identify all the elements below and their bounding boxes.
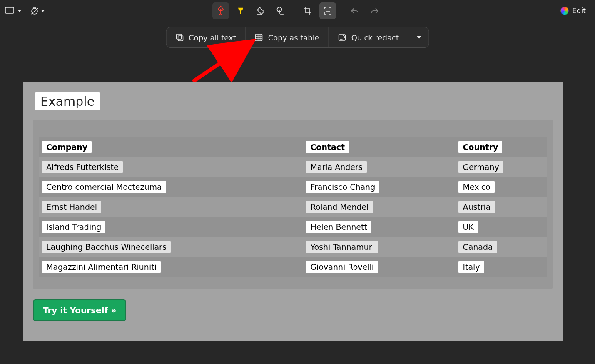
header-company: Company: [42, 141, 92, 153]
table-row: Island Trading Helen Bennett UK: [39, 217, 547, 237]
cell-company: Magazzini Alimentari Riuniti: [42, 261, 161, 273]
cell-company: Laughing Bacchus Winecellars: [42, 241, 171, 253]
chevron-down-icon: [17, 10, 22, 12]
toolbar-divider: [341, 6, 341, 16]
cell-contact: Roland Mendel: [306, 201, 373, 213]
header-country: Country: [458, 141, 502, 153]
no-delay-icon: [30, 6, 39, 15]
table-row: Alfreds Futterkiste Maria Anders Germany: [39, 157, 547, 177]
copy-as-table-button[interactable]: Copy as table: [246, 27, 329, 47]
table-header-row: Company Contact Country: [39, 137, 547, 157]
try-it-yourself-button[interactable]: Try it Yourself »: [33, 299, 126, 321]
copy-icon: [175, 33, 184, 42]
cell-contact: Giovanni Rovelli: [306, 261, 378, 273]
rectangle-icon: [5, 7, 16, 15]
example-table: Company Contact Country Alfreds Futterki…: [39, 137, 547, 277]
eraser-tool-button[interactable]: [252, 2, 269, 19]
undo-icon: [350, 7, 359, 15]
redact-icon: [338, 33, 346, 42]
copy-as-table-label: Copy as table: [268, 33, 319, 42]
copy-all-text-label: Copy all text: [189, 33, 236, 42]
cell-company: Island Trading: [42, 221, 105, 233]
shapes-icon: [276, 6, 285, 15]
redo-icon: [370, 7, 379, 15]
svg-point-4: [220, 9, 221, 10]
toolbar-left-group: [5, 2, 46, 19]
svg-rect-9: [280, 10, 284, 14]
quick-redact-dropdown[interactable]: [408, 27, 429, 47]
eraser-icon: [256, 6, 265, 15]
edit-in-paint-button[interactable]: Edit: [556, 5, 590, 17]
shapes-tool-button[interactable]: [272, 2, 289, 19]
cell-country: Italy: [458, 261, 484, 273]
pen-icon: [217, 5, 225, 16]
svg-rect-13: [178, 36, 183, 41]
edit-label: Edit: [572, 7, 586, 15]
cell-contact: Helen Bennett: [306, 221, 371, 233]
highlighter-icon: [236, 6, 245, 15]
table-icon: [255, 33, 263, 42]
crop-tool-button[interactable]: [299, 2, 316, 19]
cell-country: Germany: [458, 161, 503, 173]
svg-point-8: [277, 7, 281, 12]
cell-company: Centro comercial Moctezuma: [42, 181, 166, 193]
cell-country: Canada: [458, 241, 497, 253]
table-row: Ernst Handel Roland Mendel Austria: [39, 197, 547, 217]
app-toolbar: Edit: [0, 0, 595, 22]
text-action-bar: Copy all text Copy as table Quick redact: [166, 27, 429, 48]
crop-icon: [303, 6, 312, 15]
chevron-down-icon: [417, 36, 421, 39]
timer-tool-button[interactable]: [29, 2, 46, 19]
cell-country: Mexico: [458, 181, 494, 193]
cell-contact: Maria Anders: [306, 161, 366, 173]
cell-contact: Yoshi Tannamuri: [306, 241, 378, 253]
cell-country: Austria: [458, 201, 495, 213]
table-row: Magazzini Alimentari Riuniti Giovanni Ro…: [39, 257, 547, 277]
cell-company: Alfreds Futterkiste: [42, 161, 123, 173]
toolbar-center-group: [212, 0, 383, 22]
example-table-frame: Company Contact Country Alfreds Futterki…: [33, 120, 553, 289]
cell-company: Ernst Handel: [42, 201, 101, 213]
pen-tool-button[interactable]: [212, 2, 229, 19]
example-heading: Example: [35, 92, 100, 110]
svg-rect-14: [256, 34, 262, 41]
highlighter-tool-button[interactable]: [232, 2, 249, 19]
toolbar-right-group: Edit: [556, 5, 590, 17]
shape-tool-button[interactable]: [5, 2, 22, 19]
cell-country: UK: [458, 221, 478, 233]
screenshot-canvas: Example Company Contact Country Alfreds …: [23, 82, 563, 341]
text-scan-icon: [323, 6, 332, 15]
table-row: Centro comercial Moctezuma Francisco Cha…: [39, 177, 547, 197]
redo-button[interactable]: [366, 2, 383, 19]
quick-redact-label: Quick redact: [351, 33, 399, 42]
undo-button[interactable]: [346, 2, 363, 19]
svg-rect-0: [5, 7, 14, 13]
text-actions-tool-button[interactable]: [319, 2, 336, 19]
palette-icon: [560, 7, 569, 15]
svg-rect-12: [176, 34, 181, 39]
quick-redact-button[interactable]: Quick redact: [329, 27, 408, 47]
cell-contact: Francisco Chang: [306, 181, 379, 193]
copy-all-text-button[interactable]: Copy all text: [166, 27, 246, 47]
svg-rect-6: [240, 10, 241, 14]
toolbar-divider: [294, 6, 294, 16]
chevron-down-icon: [41, 10, 45, 12]
table-row: Laughing Bacchus Winecellars Yoshi Tanna…: [39, 237, 547, 257]
header-contact: Contact: [306, 141, 349, 153]
